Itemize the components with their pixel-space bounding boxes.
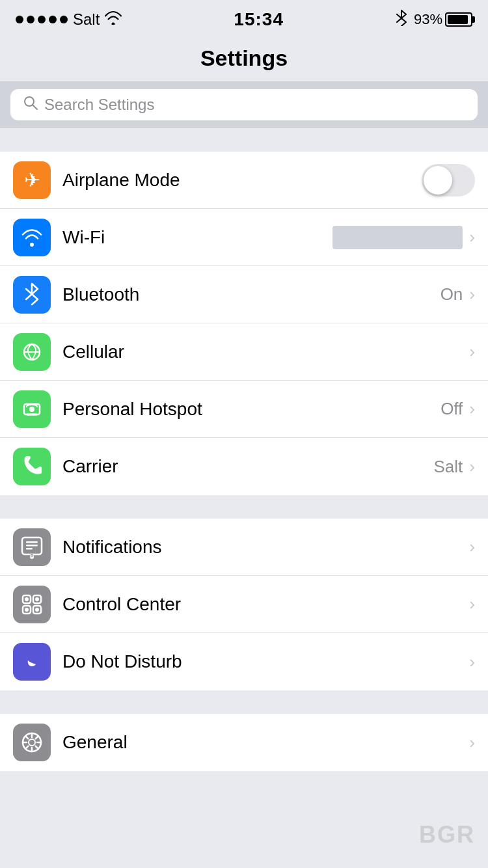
notifications-chevron: ›	[469, 537, 475, 557]
page-title: Settings	[200, 46, 288, 70]
svg-point-20	[25, 608, 29, 612]
wifi-row-icon	[13, 219, 51, 256]
cellular-chevron: ›	[469, 342, 475, 362]
bgr-watermark: BGR	[419, 821, 475, 848]
general-label: General	[62, 732, 469, 753]
bluetooth-value: On	[441, 284, 463, 305]
carrier-name: Salt	[73, 10, 100, 29]
control-center-label: Control Center	[62, 594, 469, 615]
control-center-row-icon	[13, 586, 51, 623]
page-header: Settings	[0, 39, 488, 81]
svg-point-23	[29, 739, 35, 746]
svg-rect-5	[27, 413, 37, 416]
svg-point-6	[29, 407, 34, 412]
svg-rect-13	[30, 555, 34, 557]
notifications-row[interactable]: Notifications ›	[0, 519, 488, 576]
search-placeholder: Search Settings	[44, 96, 154, 114]
wifi-label: Wi-Fi	[62, 227, 332, 248]
airplane-mode-row[interactable]: ✈ Airplane Mode	[0, 152, 488, 209]
general-chevron: ›	[469, 733, 475, 753]
status-bar: Salt 15:34 93%	[0, 0, 488, 39]
svg-line-1	[33, 105, 38, 110]
svg-line-30	[36, 736, 38, 739]
battery-fill	[448, 15, 468, 24]
system-group: Notifications › Control Center ›	[0, 519, 488, 690]
signal-dot-4	[49, 16, 57, 23]
svg-rect-10	[26, 548, 33, 550]
control-center-row[interactable]: Control Center ›	[0, 576, 488, 633]
bluetooth-label: Bluetooth	[62, 284, 441, 305]
bluetooth-status-icon	[396, 9, 407, 30]
bluetooth-row-icon	[13, 276, 51, 314]
do-not-disturb-chevron: ›	[469, 652, 475, 672]
cellular-label: Cellular	[62, 342, 469, 362]
bluetooth-row[interactable]: Bluetooth On ›	[0, 266, 488, 323]
do-not-disturb-label: Do Not Disturb	[62, 651, 469, 672]
carrier-row-icon	[13, 448, 51, 485]
hotspot-label: Personal Hotspot	[62, 399, 441, 420]
hotspot-chevron: ›	[469, 399, 475, 419]
spacer-3	[0, 690, 488, 714]
notifications-label: Notifications	[62, 537, 469, 558]
svg-rect-9	[26, 545, 38, 547]
signal-dots	[16, 16, 68, 23]
battery-container: 93%	[414, 11, 472, 28]
cellular-row[interactable]: Cellular ›	[0, 323, 488, 381]
do-not-disturb-row[interactable]: Do Not Disturb ›	[0, 633, 488, 690]
general-row-icon	[13, 724, 51, 761]
connectivity-group: ✈ Airplane Mode Wi-Fi › Bluetooth On ›	[0, 152, 488, 495]
carrier-label: Carrier	[62, 456, 434, 477]
spacer-2	[0, 495, 488, 519]
notifications-row-icon	[13, 528, 51, 566]
battery-percent: 93%	[414, 11, 442, 28]
wifi-chevron: ›	[469, 227, 475, 247]
search-icon	[23, 96, 38, 114]
wifi-row[interactable]: Wi-Fi ›	[0, 209, 488, 266]
svg-line-31	[25, 746, 28, 749]
airplane-mode-toggle[interactable]	[422, 164, 475, 197]
control-center-chevron: ›	[469, 594, 475, 614]
signal-dot-2	[27, 16, 34, 23]
wifi-status-icon	[105, 10, 122, 29]
hotspot-row-icon	[13, 390, 51, 428]
svg-point-21	[35, 608, 39, 612]
status-time: 15:34	[234, 9, 284, 30]
bluetooth-chevron: ›	[469, 284, 475, 305]
spacer-1	[0, 128, 488, 152]
status-right: 93%	[396, 9, 472, 30]
battery-icon	[445, 12, 472, 27]
carrier-row[interactable]: Carrier Salt ›	[0, 438, 488, 495]
hotspot-value: Off	[441, 399, 463, 419]
do-not-disturb-row-icon	[13, 643, 51, 681]
general-group: General ›	[0, 714, 488, 771]
svg-point-18	[25, 597, 29, 601]
svg-line-28	[25, 736, 28, 739]
hotspot-row[interactable]: Personal Hotspot Off ›	[0, 381, 488, 438]
general-row[interactable]: General ›	[0, 714, 488, 771]
carrier-value: Salt	[434, 457, 463, 477]
status-left: Salt	[16, 10, 122, 29]
signal-dot-3	[38, 16, 46, 23]
cellular-row-icon	[13, 333, 51, 371]
carrier-chevron: ›	[469, 457, 475, 477]
search-bar[interactable]: Search Settings	[10, 89, 478, 120]
svg-point-19	[35, 597, 39, 601]
signal-dot-5	[60, 16, 68, 23]
search-section: Search Settings	[0, 81, 488, 128]
toggle-thumb	[424, 166, 452, 195]
airplane-mode-label: Airplane Mode	[62, 170, 422, 191]
svg-rect-8	[26, 541, 38, 543]
svg-line-29	[36, 746, 38, 749]
signal-dot-1	[16, 16, 23, 23]
wifi-value-box	[332, 226, 463, 249]
airplane-mode-icon: ✈	[13, 161, 51, 199]
